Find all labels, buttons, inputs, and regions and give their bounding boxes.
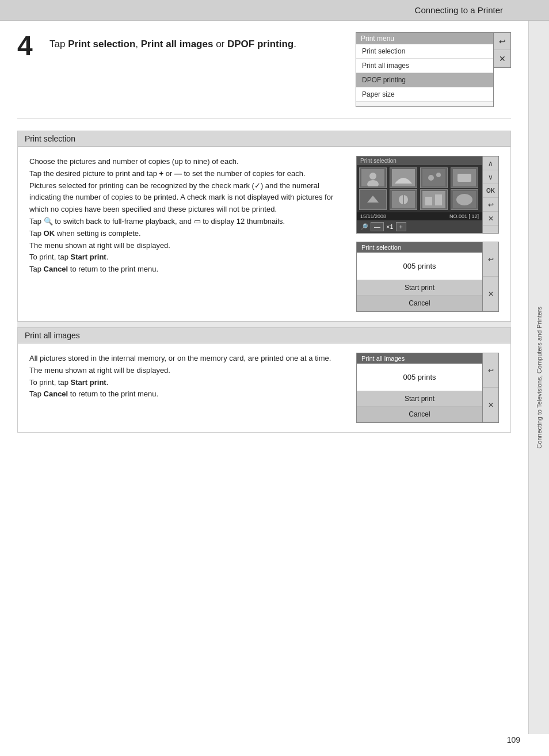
- thumb-info-bar: 15/11/2008 NO.001 [ 12]: [357, 212, 482, 220]
- svg-rect-8: [458, 174, 471, 182]
- menu-item-dpof[interactable]: DPOF printing: [356, 73, 493, 87]
- start-print-label-sel: Start print: [71, 253, 106, 261]
- print-selection-screens: Print selection: [356, 156, 499, 312]
- print-menu-header: Print menu: [356, 33, 493, 44]
- svg-point-1: [369, 173, 376, 180]
- bold-print-all-images: Print all images: [141, 39, 214, 49]
- print-selection-text: Choose the pictures and number of copies…: [29, 156, 345, 276]
- back-sel-dialog-icon[interactable]: ↩: [483, 242, 498, 277]
- thumb-cell-2: [390, 167, 417, 188]
- bold-print-selection: Print selection: [68, 39, 135, 49]
- svg-point-17: [456, 194, 472, 205]
- back-button-icon[interactable]: ↩: [494, 33, 510, 50]
- thumb-cell-3: [420, 167, 448, 188]
- print-selection-dialog-wrap: Print selection 005 prints Start print C…: [356, 242, 499, 312]
- close-sel-dialog-icon[interactable]: ✕: [483, 277, 498, 311]
- right-sidebar: Connecting to Televisions, Computers and…: [528, 21, 549, 734]
- print-all-dialog-header: Print all images: [357, 353, 482, 364]
- menu-item-print-selection[interactable]: Print selection: [356, 44, 493, 59]
- step-number: 4: [17, 32, 40, 60]
- print-selection-dialog-header: Print selection: [357, 242, 482, 253]
- step4-text: Tap Print selection, Print all images or…: [49, 32, 346, 52]
- up-button-icon[interactable]: ∧: [483, 156, 498, 170]
- print-all-dialog: Print all images 005 prints Start print …: [356, 353, 483, 423]
- bold-dpof-printing: DPOF printing: [227, 39, 293, 49]
- thumb-grid: [357, 165, 482, 212]
- thumb-cell-1: [359, 167, 387, 188]
- svg-rect-14: [425, 197, 432, 205]
- ok-button-icon[interactable]: OK: [483, 184, 498, 198]
- thumb-cell-8: [451, 189, 478, 210]
- close-all-dialog-icon[interactable]: ✕: [483, 388, 498, 422]
- cancel-button-all[interactable]: Cancel: [357, 407, 482, 422]
- print-all-section: Print all images All pictures stored in …: [17, 327, 511, 433]
- back-thumb-icon[interactable]: ↩: [483, 198, 498, 212]
- thumb-sidebar: ∧ ∨ OK ↩ ✕: [483, 156, 499, 234]
- zoom-out-icon[interactable]: 🔎: [360, 223, 368, 231]
- minus-ctrl[interactable]: —: [371, 222, 384, 231]
- print-all-count: 005 prints: [357, 364, 482, 391]
- print-menu-screen: Print menu Print selection Print all ima…: [356, 32, 494, 107]
- cancel-label-all: Cancel: [44, 390, 68, 398]
- print-sel-dialog-sidebar: ↩ ✕: [483, 242, 499, 312]
- thumb-cell-4: [451, 167, 478, 188]
- thumb-cell-6: [390, 189, 417, 210]
- print-selection-content: Choose the pictures and number of copies…: [18, 147, 510, 321]
- thumb-screen: Print selection: [356, 156, 483, 234]
- thumb-cell-5: [359, 189, 387, 210]
- thumb-date: 15/11/2008: [360, 213, 386, 219]
- thumb-cell-7: [420, 189, 448, 210]
- menu-item-print-all[interactable]: Print all images: [356, 59, 493, 73]
- right-sidebar-text: Connecting to Televisions, Computers and…: [536, 307, 543, 449]
- thumbnail-grid-wrap: Print selection: [356, 156, 499, 234]
- back-all-dialog-icon[interactable]: ↩: [483, 353, 498, 388]
- cancel-label-sel: Cancel: [44, 265, 68, 273]
- main-content: 4 Tap Print selection, Print all images …: [0, 21, 528, 450]
- close-thumb-icon[interactable]: ✕: [483, 212, 498, 226]
- print-all-title: Print all images: [18, 328, 510, 343]
- thumb-screen-header: Print selection: [357, 156, 482, 165]
- thumb-controls: 🔎 — ×1 +: [357, 220, 482, 233]
- start-print-button-all[interactable]: Start print: [357, 391, 482, 407]
- minus-icon: —: [174, 169, 182, 178]
- svg-point-5: [428, 175, 434, 181]
- page-number: 109: [507, 735, 520, 744]
- print-selection-section: Print selection Choose the pictures and …: [17, 131, 511, 322]
- section-divider: [17, 322, 511, 327]
- svg-rect-15: [435, 194, 442, 205]
- count-display: ×1: [386, 223, 394, 230]
- start-print-label-all: Start print: [71, 378, 106, 387]
- plus-ctrl[interactable]: +: [396, 222, 406, 231]
- print-menu-mockup: Print menu Print selection Print all ima…: [356, 32, 511, 107]
- print-all-content: All pictures stored in the internal memo…: [18, 343, 510, 432]
- down-button-icon[interactable]: ∨: [483, 170, 498, 184]
- thumb-no: NO.001 [ 12]: [449, 213, 479, 219]
- print-all-dialog-wrap: Print all images 005 prints Start print …: [356, 353, 499, 423]
- step4-header: 4 Tap Print selection, Print all images …: [17, 32, 511, 119]
- svg-point-6: [436, 173, 441, 177]
- cancel-button-sel[interactable]: Cancel: [357, 296, 482, 311]
- ok-label: OK: [44, 229, 55, 238]
- menu-item-paper-size[interactable]: Paper size: [356, 87, 493, 102]
- print-selection-dialog: Print selection 005 prints Start print C…: [356, 242, 483, 312]
- plus-icon: +: [159, 169, 163, 178]
- start-print-button-sel[interactable]: Start print: [357, 280, 482, 296]
- print-menu-sidebar: ↩ ✕: [494, 32, 511, 68]
- close-button-icon[interactable]: ✕: [494, 50, 510, 67]
- print-all-dialog-sidebar: ↩ ✕: [483, 353, 499, 423]
- header-title: Connecting to a Printer: [415, 5, 503, 15]
- print-all-text: All pictures stored in the internal memo…: [29, 353, 345, 400]
- print-selection-count: 005 prints: [357, 253, 482, 280]
- header-bar: Connecting to a Printer: [0, 0, 549, 21]
- print-selection-title: Print selection: [18, 131, 510, 147]
